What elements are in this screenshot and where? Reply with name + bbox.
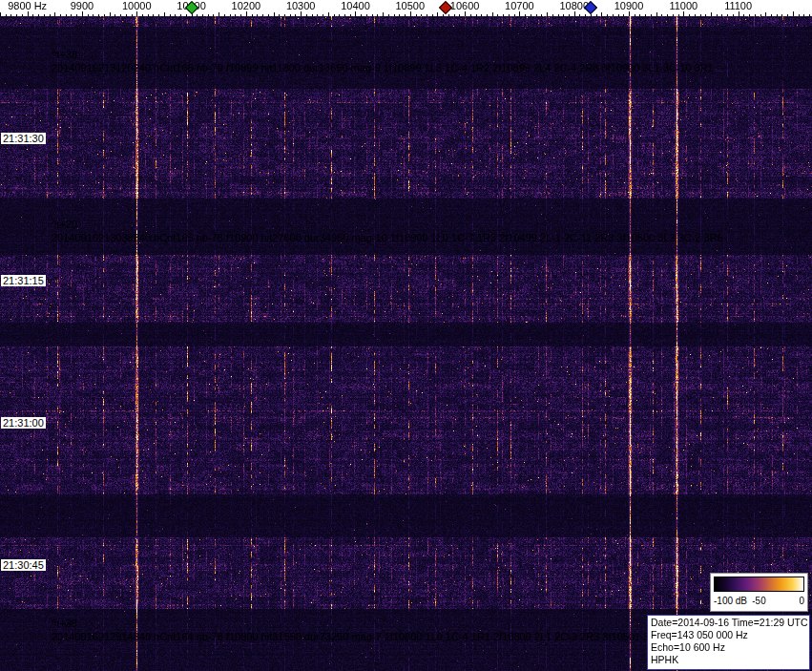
freq-tick-label: 9900: [71, 1, 94, 11]
spectrogram-canvas: [0, 16, 812, 671]
colorbar-label-max: 0: [799, 596, 804, 606]
freq-tick-label: 10400: [341, 1, 370, 11]
freq-tick-label: 10700: [505, 1, 534, 11]
colorbar-legend: -100 dB -50 0: [710, 573, 808, 612]
frequency-ruler: 9800 Hz990010000101001020010300104001050…: [0, 0, 812, 16]
freq-tick-label: 10300: [286, 1, 316, 11]
freq-tick-label: 10600: [450, 1, 480, 11]
status-info-box: Date=2014-09-16 Time=21:29 UTC Freq=143 …: [647, 615, 810, 670]
info-line-frequency: Freq=143 050 000 Hz: [651, 629, 806, 641]
freq-tick-label: 9800 Hz: [8, 1, 47, 11]
freq-tick-label: 10900: [614, 1, 644, 11]
info-line-echo: Echo=10 600 Hz: [651, 641, 806, 654]
freq-tick-label: 10500: [396, 1, 426, 11]
spectrogram-screen: 21:31:3021:31:1521:31:0021:30:45^t+38201…: [0, 0, 812, 671]
colorbar-label-mid: -50: [752, 596, 765, 606]
info-line-station: HPHK: [651, 654, 806, 666]
freq-tick-label: 10000: [122, 1, 152, 11]
freq-tick-label: 11000: [669, 1, 697, 11]
freq-tick-label: 10200: [232, 1, 261, 11]
colorbar-label-min: -100 dB: [714, 596, 747, 606]
freq-tick-label: 11100: [724, 1, 752, 11]
info-line-datetime: Date=2014-09-16 Time=21:29 UTC: [651, 617, 806, 629]
colorbar-gradient: [714, 577, 804, 592]
